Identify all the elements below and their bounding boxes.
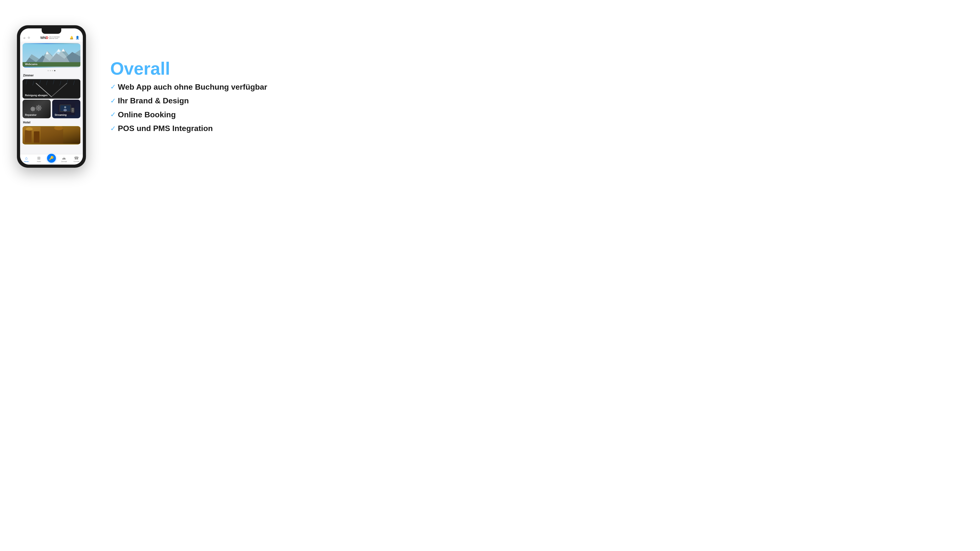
hotel-label: Hotel — [20, 119, 83, 125]
home-icon: ⌂ — [25, 156, 28, 160]
contact-nav-icon: ☎ — [74, 156, 79, 160]
streaming-label: Streaming — [55, 114, 67, 116]
hotel-bg-graphic — [22, 126, 80, 144]
two-cards-row: Reparatur — [22, 100, 80, 118]
favorites-icon[interactable]: ☆ — [27, 36, 30, 40]
check-3: ✓ — [110, 110, 116, 119]
notification-icon[interactable]: 🔔 — [70, 36, 73, 40]
nav-hotel-label: Hotel — [37, 160, 41, 162]
check-1: ✓ — [110, 83, 116, 91]
dot-3 — [52, 70, 53, 71]
key-icon: 🔑 — [49, 156, 54, 160]
bottom-nav: ⌂ Home ⊞ Hotel 🔑 ⛰ Zermatt ☎ — [20, 154, 83, 165]
stream-graphic — [58, 103, 75, 115]
feature-text-4: POS und PMS Integration — [118, 124, 213, 133]
svg-point-38 — [72, 110, 73, 111]
hotel-nav-icon: ⊞ — [37, 156, 40, 160]
logo-subtitle: IHR ICT-PARTNER WEB NET DATA — [49, 36, 60, 39]
header-left-icons: ⌕ ☆ — [24, 36, 30, 40]
carousel-dots — [20, 69, 83, 72]
phone-screen: ⌕ ☆ WND IHR ICT-PARTNER WEB NET DATA 🔔 👤 — [20, 29, 83, 165]
zimmer-label: Zimmer — [20, 72, 83, 78]
nav-home[interactable]: ⌂ Home — [20, 156, 33, 162]
svg-point-34 — [64, 106, 66, 108]
check-4: ✓ — [110, 124, 116, 132]
svg-point-37 — [72, 108, 73, 110]
reinigung-card[interactable]: Reinigung absagen — [22, 79, 80, 99]
feature-item-2: ✓ Ihr Brand & Design — [110, 96, 331, 105]
dot-2 — [50, 70, 51, 71]
reinigung-label: Reinigung absagen — [25, 94, 48, 97]
phone-notch — [41, 29, 61, 34]
webcam-label: Webcams — [25, 63, 38, 66]
nav-center[interactable]: 🔑 — [45, 156, 57, 163]
feature-text-3: Online Booking — [118, 110, 176, 119]
app-content: Webcams Zimmer — [20, 41, 83, 154]
center-button[interactable]: 🔑 — [47, 154, 56, 163]
reparatur-card[interactable]: Reparatur — [22, 100, 51, 118]
feature-item-1: ✓ Web App auch ohne Buchung verfügbar — [110, 82, 331, 92]
dot-4 — [54, 70, 56, 71]
reparatur-label: Reparatur — [25, 114, 37, 116]
nav-zermatt[interactable]: ⛰ Zermatt — [58, 156, 70, 162]
svg-point-44 — [26, 127, 33, 131]
streaming-card[interactable]: Streaming — [52, 100, 80, 118]
app-logo: WND IHR ICT-PARTNER WEB NET DATA — [40, 36, 60, 40]
phone-frame: ⌕ ☆ WND IHR ICT-PARTNER WEB NET DATA 🔔 👤 — [17, 25, 86, 167]
gear-graphic — [29, 104, 44, 114]
check-2: ✓ — [110, 97, 116, 105]
svg-rect-42 — [25, 130, 32, 143]
nav-home-label: Home — [24, 160, 29, 162]
mountain-nav-icon: ⛰ — [62, 156, 66, 160]
nav-hotel[interactable]: ⊞ Hotel — [33, 156, 45, 162]
logo-d: D — [46, 36, 48, 40]
phone-mockup: ⌕ ☆ WND IHR ICT-PARTNER WEB NET DATA 🔔 👤 — [0, 21, 103, 172]
webcam-card[interactable]: Webcams — [22, 43, 80, 68]
search-icon[interactable]: ⌕ — [24, 36, 25, 40]
content-section: Overall ✓ Web App auch ohne Buchung verf… — [103, 52, 343, 141]
hotel-card[interactable] — [22, 126, 80, 144]
nav-kontakt-label: Kontakt — [74, 160, 80, 162]
feature-item-3: ✓ Online Booking — [110, 110, 331, 119]
svg-point-35 — [64, 109, 67, 111]
logo-w: W — [40, 36, 44, 40]
nav-kontakt[interactable]: ☎ Kontakt — [70, 156, 83, 162]
feature-list: ✓ Web App auch ohne Buchung verfügbar ✓ … — [110, 82, 331, 133]
dot-1 — [48, 70, 49, 71]
logo-n: N — [43, 36, 46, 40]
feature-text-2: Ihr Brand & Design — [118, 96, 189, 105]
profile-icon[interactable]: 👤 — [75, 36, 80, 40]
svg-rect-43 — [34, 131, 40, 143]
header-right-icons: 🔔 👤 — [70, 36, 80, 40]
nav-zermatt-label: Zermatt — [61, 160, 67, 162]
feature-item-4: ✓ POS und PMS Integration — [110, 124, 331, 133]
page-title: Overall — [110, 60, 331, 78]
feature-text-1: Web App auch ohne Buchung verfügbar — [118, 82, 267, 92]
